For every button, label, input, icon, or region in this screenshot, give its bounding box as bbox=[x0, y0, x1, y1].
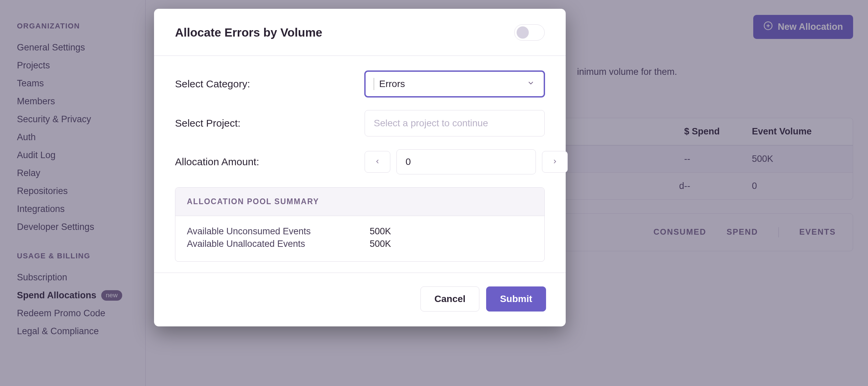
chevron-left-icon bbox=[374, 157, 381, 167]
pool-line: Available Unallocated Events 500K bbox=[187, 239, 533, 249]
modal-header: Allocate Errors by Volume bbox=[154, 9, 566, 56]
amount-input[interactable] bbox=[396, 149, 536, 174]
modal-body: Select Category: Errors Select Project: … bbox=[154, 56, 566, 273]
allocation-pool-summary: ALLOCATION POOL SUMMARY Available Uncons… bbox=[175, 187, 545, 262]
chevron-down-icon bbox=[527, 79, 535, 89]
submit-button[interactable]: Submit bbox=[486, 286, 546, 312]
project-select[interactable]: Select a project to continue bbox=[365, 110, 545, 136]
cancel-button[interactable]: Cancel bbox=[420, 286, 479, 312]
pool-line-value: 500K bbox=[370, 226, 533, 237]
modal-title: Allocate Errors by Volume bbox=[175, 26, 322, 39]
amount-label: Allocation Amount: bbox=[175, 156, 365, 168]
modal-overlay[interactable]: Allocate Errors by Volume Select Categor… bbox=[0, 0, 868, 386]
volume-toggle[interactable] bbox=[514, 24, 545, 41]
amount-increment-button[interactable] bbox=[542, 151, 568, 173]
amount-row: Allocation Amount: bbox=[175, 149, 545, 174]
category-label: Select Category: bbox=[175, 78, 365, 90]
allocate-errors-modal: Allocate Errors by Volume Select Categor… bbox=[154, 9, 566, 326]
category-select[interactable]: Errors bbox=[365, 71, 545, 97]
project-row: Select Project: Select a project to cont… bbox=[175, 110, 545, 136]
category-row: Select Category: Errors bbox=[175, 71, 545, 97]
pool-title: ALLOCATION POOL SUMMARY bbox=[175, 188, 544, 216]
pool-line-label: Available Unallocated Events bbox=[187, 239, 370, 249]
category-value: Errors bbox=[374, 79, 405, 89]
pool-line-label: Available Unconsumed Events bbox=[187, 226, 370, 237]
pool-line-value: 500K bbox=[370, 239, 533, 249]
pool-line: Available Unconsumed Events 500K bbox=[187, 226, 533, 237]
amount-decrement-button[interactable] bbox=[365, 151, 390, 173]
project-label: Select Project: bbox=[175, 117, 365, 129]
chevron-right-icon bbox=[551, 157, 558, 167]
project-placeholder: Select a project to continue bbox=[374, 118, 488, 129]
modal-footer: Cancel Submit bbox=[154, 273, 566, 326]
